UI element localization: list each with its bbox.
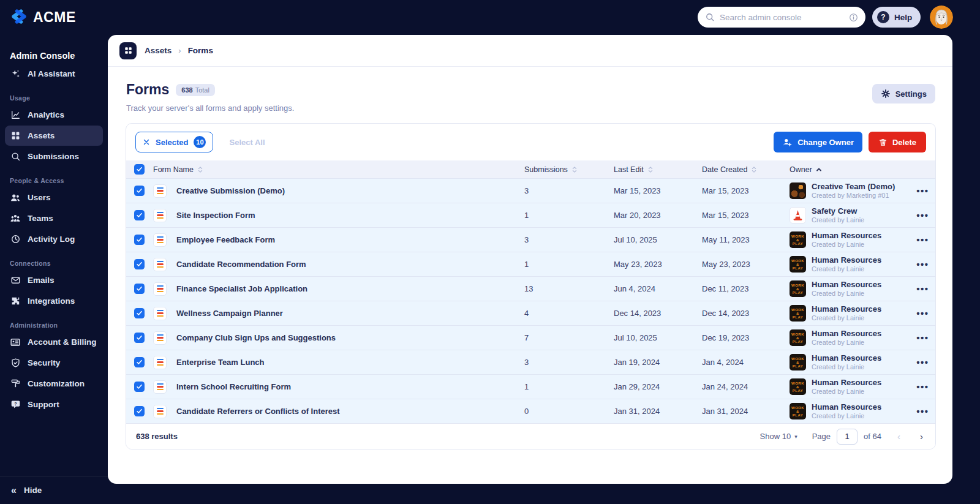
form-name[interactable]: Employee Feedback Form (170, 235, 524, 244)
table-row[interactable]: Wellness Campaign Planner 4 Dec 14, 2023… (126, 301, 935, 325)
select-all-button[interactable]: Select All (229, 138, 265, 147)
form-name[interactable]: Wellness Campaign Planner (170, 309, 524, 318)
owner-cell: WORK&PLAY Human Resources Created by Lai… (790, 231, 910, 249)
next-page-button[interactable]: › (920, 431, 923, 442)
sidebar-item-support[interactable]: ?Support (5, 394, 103, 415)
form-name[interactable]: Company Club Sign Ups and Suggestions (170, 333, 524, 342)
row-menu-button[interactable]: ••• (910, 406, 935, 416)
row-menu-button[interactable]: ••• (910, 186, 935, 196)
submissions-value: 7 (524, 333, 614, 342)
sidebar-item-analytics[interactable]: Analytics (5, 105, 103, 125)
row-checkbox[interactable] (134, 357, 145, 367)
change-owner-label: Change Owner (797, 138, 854, 147)
form-icon (153, 233, 167, 247)
form-name[interactable]: Enterprise Team Lunch (170, 358, 524, 367)
row-checkbox[interactable] (134, 406, 145, 416)
owner-avatar (790, 182, 806, 199)
row-checkbox[interactable] (134, 210, 145, 220)
show-per-page-select[interactable]: Show 10 ▾ (760, 432, 797, 441)
settings-button[interactable]: Settings (872, 84, 935, 103)
sidebar-item-ai-assistant[interactable]: AI Assistant (5, 64, 103, 84)
form-icon (153, 307, 167, 320)
date-created-value: Jan 24, 2024 (702, 382, 790, 391)
row-menu-button[interactable]: ••• (910, 259, 935, 269)
row-menu-button[interactable]: ••• (910, 333, 935, 343)
table-row[interactable]: Employee Feedback Form 3 Jul 10, 2025 Ma… (126, 227, 935, 252)
select-all-checkbox[interactable] (134, 164, 145, 175)
sidebar-item-security[interactable]: Security (5, 353, 103, 373)
table-row[interactable]: Company Club Sign Ups and Suggestions 7 … (126, 325, 935, 350)
user-avatar[interactable] (930, 6, 953, 29)
delete-button[interactable]: Delete (869, 132, 926, 152)
row-menu-button[interactable]: ••• (910, 235, 935, 245)
row-checkbox[interactable] (134, 284, 145, 294)
brand-logo-icon (10, 9, 28, 27)
sidebar-item-assets[interactable]: Assets (5, 126, 103, 146)
change-owner-button[interactable]: Change Owner (774, 132, 862, 152)
breadcrumb-assets[interactable]: Assets (145, 46, 172, 55)
owner-avatar: WORK&PLAY (790, 231, 806, 248)
row-menu-button[interactable]: ••• (910, 382, 935, 392)
search-input[interactable] (715, 13, 848, 22)
column-header-last-edit[interactable]: Last Edit (614, 165, 702, 174)
table-row[interactable]: Enterprise Team Lunch 3 Jan 19, 2024 Jan… (126, 350, 935, 374)
row-checkbox[interactable] (134, 308, 145, 318)
submissions-value: 3 (524, 358, 614, 367)
pagination: Show 10 ▾ Page of 64 ‹ › (760, 429, 923, 445)
svg-text:?: ? (14, 401, 17, 407)
sidebar-hide-button[interactable]: « Hide (0, 476, 108, 504)
table-row[interactable]: Candidate Referrers or Conflicts of Inte… (126, 399, 935, 423)
row-checkbox[interactable] (134, 186, 145, 196)
sidebar-item-users[interactable]: Users (5, 187, 103, 208)
owner-avatar (790, 207, 806, 224)
row-checkbox[interactable] (134, 235, 145, 245)
info-icon[interactable] (848, 12, 859, 23)
sidebar-item-activity-log[interactable]: Activity Log (5, 229, 103, 249)
table-row[interactable]: Site Inspection Form 1 Mar 20, 2023 Mar … (126, 203, 935, 227)
column-header-form-name[interactable]: Form Name (153, 165, 524, 174)
row-checkbox[interactable] (134, 259, 145, 269)
row-checkbox[interactable] (134, 333, 145, 343)
gear-icon (881, 89, 891, 99)
selected-count-badge: 10 (194, 136, 206, 148)
form-name[interactable]: Candidate Referrers or Conflicts of Inte… (170, 407, 524, 416)
brand-logo[interactable]: ACME (10, 9, 76, 27)
form-name[interactable]: Site Inspection Form (170, 211, 524, 220)
sidebar-item-account-billing[interactable]: Account & Billing (5, 332, 103, 352)
column-header-owner[interactable]: Owner (790, 165, 910, 174)
form-name[interactable]: Finance Specialist Job Application (170, 284, 524, 293)
table-row[interactable]: Candidate Recommendation Form 1 May 23, … (126, 252, 935, 276)
column-header-date-created[interactable]: Date Created (702, 165, 790, 174)
table-row[interactable]: Finance Specialist Job Application 13 Ju… (126, 276, 935, 301)
sidebar-item-customization[interactable]: Customization (5, 374, 103, 394)
page-title: Forms (126, 81, 169, 98)
owner-name: Human Resources (812, 231, 881, 241)
row-menu-button[interactable]: ••• (910, 210, 935, 220)
sidebar-item-teams[interactable]: Teams (5, 208, 103, 228)
sidebar-item-emails[interactable]: Emails (5, 270, 103, 290)
clock-icon (10, 234, 21, 245)
last-edit-value: Jul 10, 2025 (614, 333, 702, 342)
teams-icon (10, 213, 21, 224)
column-header-submissions[interactable]: Submissions (524, 165, 614, 174)
sidebar-item-integrations[interactable]: Integrations (5, 291, 103, 311)
help-button[interactable]: ? Help (872, 7, 921, 28)
last-edit-value: Dec 14, 2023 (614, 309, 702, 318)
main-panel: Assets › Forms Forms 638 Total Track you… (108, 35, 952, 484)
table-row[interactable]: Intern School Recruiting Form 1 Jan 29, … (126, 374, 935, 399)
prev-page-button[interactable]: ‹ (897, 431, 900, 442)
selected-label: Selected (156, 138, 188, 147)
page-subtitle: Track your server's all forms and apply … (126, 103, 934, 113)
form-name[interactable]: Creative Submission (Demo) (170, 186, 524, 195)
row-checkbox[interactable] (134, 382, 145, 392)
sidebar-item-submissions[interactable]: Submissions (5, 146, 103, 167)
row-menu-button[interactable]: ••• (910, 357, 935, 367)
row-menu-button[interactable]: ••• (910, 308, 935, 318)
table-row[interactable]: Creative Submission (Demo) 3 Mar 15, 202… (126, 178, 935, 203)
owner-name: Human Resources (812, 304, 881, 314)
page-number-input[interactable] (837, 429, 858, 445)
selected-filter-button[interactable]: Selected 10 (135, 132, 213, 152)
row-menu-button[interactable]: ••• (910, 284, 935, 294)
form-name[interactable]: Candidate Recommendation Form (170, 260, 524, 269)
form-name[interactable]: Intern School Recruiting Form (170, 382, 524, 391)
